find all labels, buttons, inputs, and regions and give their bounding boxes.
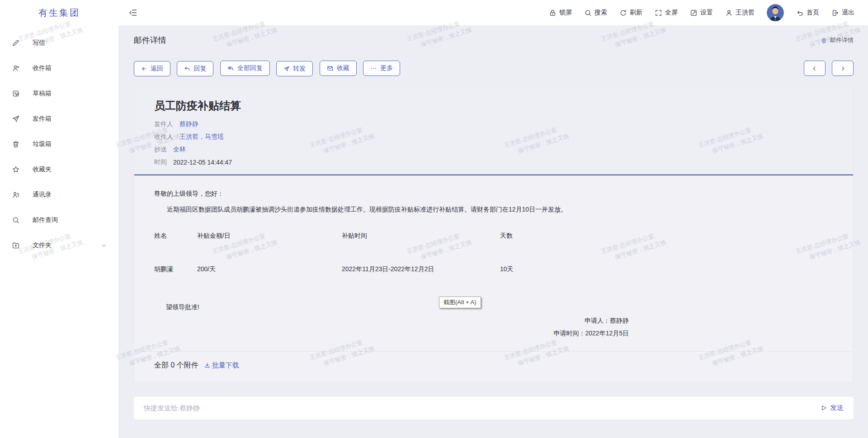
forward-icon bbox=[283, 66, 290, 72]
mail-cc-row: 抄送 全林 bbox=[154, 146, 833, 154]
return-icon bbox=[796, 9, 804, 17]
table-row: 胡鹏濠 200/天 2022年11月23日-2022年12月2日 10天 bbox=[154, 265, 543, 273]
settings-label: 设置 bbox=[700, 9, 713, 17]
mail-search-icon bbox=[12, 216, 20, 224]
sidebar-item-label: 写信 bbox=[33, 39, 45, 47]
download-icon bbox=[204, 362, 211, 369]
prev-mail-button[interactable] bbox=[804, 61, 826, 76]
refresh-button[interactable]: 刷新 bbox=[619, 9, 642, 17]
user-photo-avatar bbox=[767, 4, 784, 21]
lockscreen-button[interactable]: 锁屏 bbox=[549, 9, 572, 17]
mail-subject: 员工防疫补贴结算 bbox=[154, 99, 833, 113]
sidebar-item-drafts[interactable]: 草稿箱 bbox=[0, 83, 118, 104]
current-user[interactable]: 王洪哲 bbox=[725, 9, 755, 17]
reply-button[interactable]: 回复 bbox=[177, 61, 213, 76]
mail-detail-card: 员工防疫补贴结算 发件人 蔡静静 收件人 王洪哲，马雪瑶 抄送 全林 时间 20… bbox=[134, 86, 854, 382]
chevron-down-icon bbox=[101, 243, 107, 248]
cc-value[interactable]: 全林 bbox=[173, 146, 186, 154]
sidebar-item-label: 收件箱 bbox=[33, 64, 52, 72]
batch-download-link[interactable]: 批量下载 bbox=[204, 361, 239, 370]
sidebar: 写信 收件箱 草稿箱 发件箱 垃圾箱 收藏夹 通讯录 邮件查询 文件夹 bbox=[0, 25, 118, 438]
back-button[interactable]: 返回 bbox=[134, 61, 170, 76]
from-value[interactable]: 蔡静静 bbox=[179, 120, 198, 128]
reply-all-button[interactable]: 全部回复 bbox=[220, 61, 270, 76]
quick-send-input[interactable] bbox=[144, 404, 821, 412]
search-icon bbox=[584, 9, 592, 17]
menu-fold-icon bbox=[128, 8, 137, 17]
fullscreen-button[interactable]: 全屏 bbox=[655, 9, 678, 17]
sidebar-item-label: 垃圾箱 bbox=[33, 140, 52, 148]
sidebar-collapse-button[interactable] bbox=[128, 8, 137, 17]
sidebar-item-sent[interactable]: 发件箱 bbox=[0, 108, 118, 129]
user-name-label: 王洪哲 bbox=[736, 9, 755, 17]
settings-button[interactable]: 设置 bbox=[690, 9, 713, 17]
cell-period: 2022年11月23日-2022年12月2日 bbox=[342, 265, 500, 273]
reply-icon bbox=[184, 66, 190, 72]
mail-paragraph: 近期福田区数据团队成员胡鹏濠被抽调沙头街道参加疫情数据处理工作。现根据防疫补贴标… bbox=[154, 206, 833, 214]
favorite-label: 收藏 bbox=[337, 64, 349, 72]
home-button[interactable]: 首页 bbox=[796, 9, 819, 17]
search-button[interactable]: 搜索 bbox=[584, 9, 607, 17]
col-period: 补贴时间 bbox=[342, 232, 500, 240]
sidebar-item-favorites[interactable]: 收藏夹 bbox=[0, 159, 118, 180]
sidebar-item-label: 草稿箱 bbox=[33, 89, 52, 98]
topbar-tools: 锁屏 搜索 刷新 全屏 设置 王洪哲 首页 bbox=[549, 4, 868, 21]
col-name: 姓名 bbox=[154, 232, 197, 240]
mail-pagination bbox=[799, 61, 854, 76]
favorite-mail-icon bbox=[327, 65, 334, 72]
sidebar-item-folders[interactable]: 文件夹 bbox=[0, 235, 118, 256]
chevron-left-icon bbox=[811, 66, 817, 71]
next-mail-button[interactable] bbox=[832, 61, 854, 76]
contacts-icon bbox=[12, 191, 20, 199]
action-buttons: 返回 回复 全部回复 转发 收藏 更多 bbox=[134, 61, 405, 76]
applicant-name: 申请人：蔡静静 bbox=[154, 317, 629, 325]
main-content: 邮件详情 邮件详情 返回 回复 全部回复 转发 bbox=[118, 25, 868, 438]
reply-label: 回复 bbox=[193, 65, 206, 73]
sent-icon bbox=[12, 115, 20, 123]
more-label: 更多 bbox=[380, 64, 393, 72]
sidebar-item-trash[interactable]: 垃圾箱 bbox=[0, 134, 118, 155]
trash-icon bbox=[12, 140, 20, 148]
avatar[interactable] bbox=[767, 4, 784, 21]
sidebar-item-contacts[interactable]: 通讯录 bbox=[0, 184, 118, 205]
mail-greeting: 尊敬的上级领导，您好： bbox=[154, 190, 833, 198]
sidebar-item-inbox[interactable]: 收件箱 bbox=[0, 58, 118, 79]
settings-icon bbox=[690, 9, 698, 17]
refresh-icon bbox=[619, 9, 627, 17]
logout-button[interactable]: 退出 bbox=[831, 9, 854, 17]
chevron-right-icon bbox=[840, 66, 846, 71]
to-value[interactable]: 王洪哲，马雪瑶 bbox=[179, 133, 224, 141]
top-navbar: 有生集团 锁屏 搜索 刷新 全屏 设置 王洪哲 bbox=[0, 0, 868, 25]
send-button[interactable]: 发送 bbox=[821, 404, 844, 412]
fullscreen-label: 全屏 bbox=[665, 9, 678, 17]
more-button[interactable]: 更多 bbox=[363, 61, 400, 76]
reply-all-label: 全部回复 bbox=[237, 64, 263, 72]
sidebar-item-mail-search[interactable]: 邮件查询 bbox=[0, 210, 118, 231]
time-label: 时间 bbox=[154, 158, 167, 166]
sidebar-item-compose[interactable]: 写信 bbox=[0, 33, 118, 53]
quick-send-bar: 发送 bbox=[134, 397, 854, 419]
col-days: 天数 bbox=[500, 232, 543, 240]
breadcrumb-label: 邮件详情 bbox=[830, 36, 854, 44]
star-icon bbox=[12, 165, 20, 174]
location-pin-icon bbox=[821, 37, 827, 44]
lock-icon bbox=[549, 9, 557, 17]
cell-days: 10天 bbox=[500, 265, 543, 273]
mail-header: 员工防疫补贴结算 发件人 蔡静静 收件人 王洪哲，马雪瑶 抄送 全林 时间 20… bbox=[134, 87, 853, 174]
to-label: 收件人 bbox=[154, 133, 173, 141]
more-icon bbox=[370, 65, 377, 72]
cc-label: 抄送 bbox=[154, 146, 167, 154]
send-label: 发送 bbox=[830, 404, 844, 412]
mail-to-row: 收件人 王洪哲，马雪瑶 bbox=[154, 133, 833, 141]
cell-amount: 200/天 bbox=[197, 265, 342, 273]
batch-download-label: 批量下载 bbox=[212, 361, 239, 370]
page-title: 邮件详情 bbox=[134, 35, 166, 46]
mail-closing: 望领导批准! bbox=[166, 303, 833, 311]
fullscreen-icon bbox=[655, 9, 662, 17]
home-label: 首页 bbox=[807, 9, 819, 17]
user-icon bbox=[725, 9, 733, 17]
forward-button[interactable]: 转发 bbox=[276, 61, 313, 76]
apply-date: 申请时间：2022年12月5日 bbox=[154, 330, 629, 338]
attachments-bar: 全部 0 个附件 批量下载 bbox=[134, 351, 853, 382]
favorite-button[interactable]: 收藏 bbox=[320, 61, 357, 76]
